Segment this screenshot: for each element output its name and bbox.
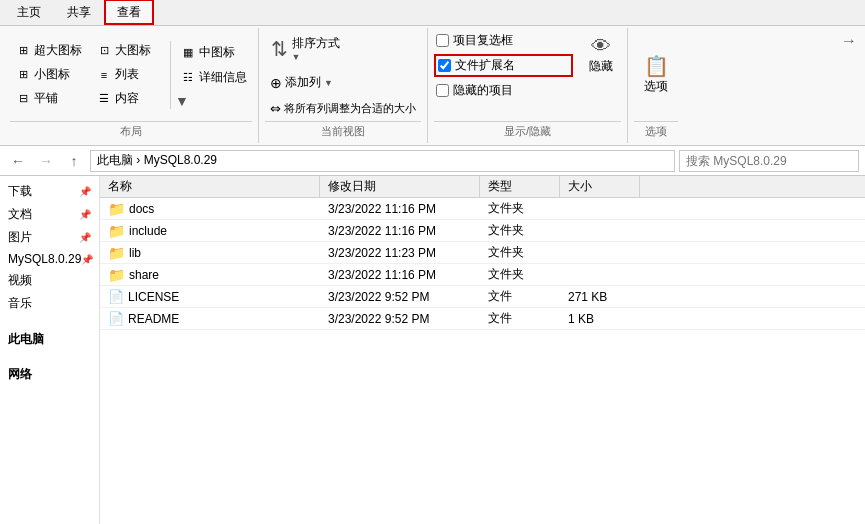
file-date: 3/23/2022 11:16 PM bbox=[320, 222, 480, 240]
checkbox-item-selection[interactable]: 项目复选框 bbox=[434, 30, 573, 51]
mysql-label: MySQL8.0.29 bbox=[8, 252, 81, 266]
tab-share[interactable]: 共享 bbox=[54, 0, 104, 25]
up-button[interactable]: ↑ bbox=[62, 149, 86, 173]
options-icon: 📋 bbox=[644, 54, 669, 78]
btn-small[interactable]: ⊞ 小图标 bbox=[10, 63, 87, 86]
list-icon: ≡ bbox=[96, 67, 112, 83]
address-bar: ← → ↑ bbox=[0, 146, 865, 176]
search-input[interactable] bbox=[679, 150, 859, 172]
col-header-size[interactable]: 大小 bbox=[560, 176, 640, 197]
table-row[interactable]: 📁 lib 3/23/2022 11:23 PM 文件夹 bbox=[100, 242, 865, 264]
col-header-name[interactable]: 名称 bbox=[100, 176, 320, 197]
col-header-type[interactable]: 类型 bbox=[480, 176, 560, 197]
hide-button[interactable]: 👁 隐藏 bbox=[581, 30, 621, 80]
file-type: 文件夹 bbox=[480, 242, 560, 263]
pin-icon-pictures: 📌 bbox=[79, 232, 91, 243]
file-extensions-checkbox[interactable] bbox=[438, 59, 451, 72]
table-row[interactable]: 📁 docs 3/23/2022 11:16 PM 文件夹 bbox=[100, 198, 865, 220]
adjust-columns-button[interactable]: ⇔ 将所有列调整为合适的大小 bbox=[265, 98, 421, 119]
sidebar-item-docs[interactable]: 文档 📌 bbox=[0, 203, 99, 226]
ribbon-group-current-view: ⇅ 排序方式 ▼ ⊕ 添加列 ▼ ⇔ 将所有列调整为合适的大小 bbox=[259, 28, 428, 143]
current-view-label: 当前视图 bbox=[265, 121, 421, 141]
file-size bbox=[560, 229, 640, 233]
sort-icon: ⇅ bbox=[271, 37, 288, 61]
ribbon-collapse-arrow[interactable]: → bbox=[841, 32, 857, 50]
address-input[interactable] bbox=[90, 150, 675, 172]
checkbox-file-extensions[interactable]: 文件扩展名 bbox=[434, 54, 573, 77]
btn-medium[interactable]: ▦ 中图标 bbox=[175, 41, 252, 64]
show-hide-label: 显示/隐藏 bbox=[434, 121, 621, 141]
file-size: 1 KB bbox=[560, 310, 640, 328]
hidden-items-label: 隐藏的项目 bbox=[453, 82, 513, 99]
file-name: README bbox=[128, 312, 179, 326]
sidebar-section-network[interactable]: 网络 bbox=[0, 360, 99, 385]
btn-super-large[interactable]: ⊞ 超大图标 bbox=[10, 39, 87, 62]
checkbox-hidden-items[interactable]: 隐藏的项目 bbox=[434, 80, 573, 101]
btn-tile[interactable]: ⊟ 平铺 bbox=[10, 87, 87, 110]
file-date: 3/23/2022 11:23 PM bbox=[320, 244, 480, 262]
sort-by-button[interactable]: ⇅ 排序方式 ▼ bbox=[265, 30, 345, 67]
hidden-items-checkbox[interactable] bbox=[436, 84, 449, 97]
table-row[interactable]: 📁 include 3/23/2022 11:16 PM 文件夹 bbox=[100, 220, 865, 242]
small-icon: ⊞ bbox=[15, 67, 31, 83]
file-type: 文件夹 bbox=[480, 220, 560, 241]
file-date: 3/23/2022 11:16 PM bbox=[320, 266, 480, 284]
hide-label: 隐藏 bbox=[589, 58, 613, 75]
sidebar-item-music[interactable]: 音乐 bbox=[0, 292, 99, 315]
video-label: 视频 bbox=[8, 272, 32, 289]
table-row[interactable]: 📁 share 3/23/2022 11:16 PM 文件夹 bbox=[100, 264, 865, 286]
add-col-arrow: ▼ bbox=[324, 78, 333, 88]
large-icon: ⊡ bbox=[96, 43, 112, 59]
folder-icon: 📁 bbox=[108, 201, 125, 217]
file-date: 3/23/2022 9:52 PM bbox=[320, 310, 480, 328]
tab-home[interactable]: 主页 bbox=[4, 0, 54, 25]
pin-icon-mysql: 📌 bbox=[81, 254, 93, 265]
file-type: 文件夹 bbox=[480, 198, 560, 219]
file-list: 名称 修改日期 类型 大小 📁 docs 3/23/2022 11:16 PM … bbox=[100, 176, 865, 524]
item-selection-checkbox[interactable] bbox=[436, 34, 449, 47]
folder-icon: 📁 bbox=[108, 223, 125, 239]
table-row[interactable]: 📄 README 3/23/2022 9:52 PM 文件 1 KB bbox=[100, 308, 865, 330]
file-size bbox=[560, 207, 640, 211]
file-type: 文件 bbox=[480, 286, 560, 307]
back-button[interactable]: ← bbox=[6, 149, 30, 173]
file-name: LICENSE bbox=[128, 290, 179, 304]
forward-button[interactable]: → bbox=[34, 149, 58, 173]
sidebar-item-download[interactable]: 下载 📌 bbox=[0, 180, 99, 203]
file-size: 271 KB bbox=[560, 288, 640, 306]
sidebar-section-this-pc[interactable]: 此电脑 bbox=[0, 325, 99, 350]
options-button[interactable]: 📋 选项 bbox=[634, 49, 678, 100]
col-header-date[interactable]: 修改日期 bbox=[320, 176, 480, 197]
btn-detail[interactable]: ☷ 详细信息 bbox=[175, 66, 252, 89]
btn-large[interactable]: ⊡ 大图标 bbox=[91, 39, 168, 62]
file-icon: 📄 bbox=[108, 311, 124, 326]
super-large-icon: ⊞ bbox=[15, 43, 31, 59]
detail-icon: ☷ bbox=[180, 69, 196, 85]
music-label: 音乐 bbox=[8, 295, 32, 312]
file-list-header: 名称 修改日期 类型 大小 bbox=[100, 176, 865, 198]
sidebar-item-pictures[interactable]: 图片 📌 bbox=[0, 226, 99, 249]
file-extensions-label: 文件扩展名 bbox=[455, 57, 515, 74]
add-column-button[interactable]: ⊕ 添加列 ▼ bbox=[265, 71, 338, 94]
btn-list[interactable]: ≡ 列表 bbox=[91, 63, 168, 86]
file-name: lib bbox=[129, 246, 141, 260]
hide-icon: 👁 bbox=[591, 35, 611, 58]
this-pc-label: 此电脑 bbox=[8, 332, 44, 346]
ribbon-group-show-hide: 项目复选框 文件扩展名 隐藏的项目 👁 bbox=[428, 28, 628, 143]
file-type: 文件夹 bbox=[480, 264, 560, 285]
network-label: 网络 bbox=[8, 367, 32, 381]
table-row[interactable]: 📄 LICENSE 3/23/2022 9:52 PM 文件 271 KB bbox=[100, 286, 865, 308]
file-size bbox=[560, 251, 640, 255]
file-type: 文件 bbox=[480, 308, 560, 329]
layout-group-label: 布局 bbox=[10, 121, 252, 141]
docs-label: 文档 bbox=[8, 206, 32, 223]
ribbon-group-layout: ⊞ 超大图标 ⊡ 大图标 ⊞ 小图标 ≡ 列表 bbox=[4, 28, 259, 143]
content-icon: ☰ bbox=[96, 91, 112, 107]
tab-view[interactable]: 查看 bbox=[104, 0, 154, 25]
sidebar-item-mysql[interactable]: MySQL8.0.29 📌 bbox=[0, 249, 99, 269]
sidebar-item-video[interactable]: 视频 bbox=[0, 269, 99, 292]
download-label: 下载 bbox=[8, 183, 32, 200]
medium-icon: ▦ bbox=[180, 44, 196, 60]
btn-content[interactable]: ☰ 内容 bbox=[91, 87, 168, 110]
file-name: docs bbox=[129, 202, 154, 216]
